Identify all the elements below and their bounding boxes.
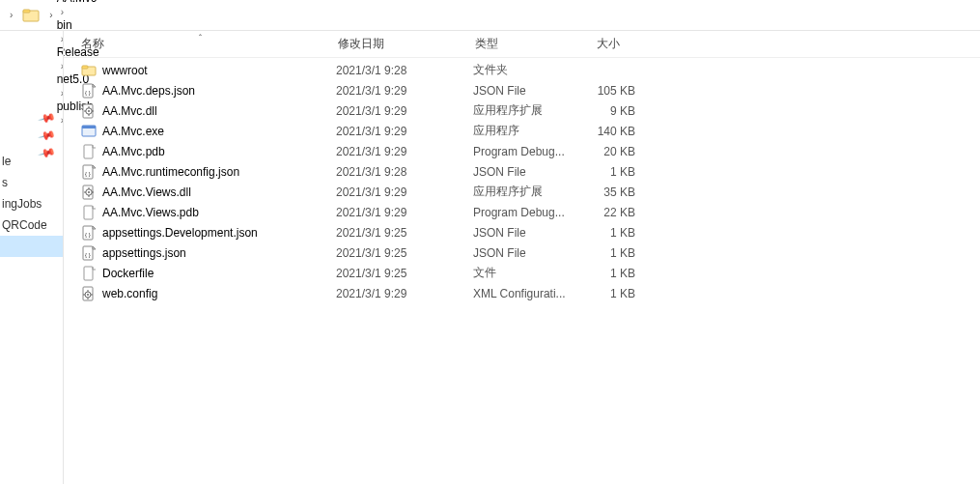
file-type: Program Debug... — [473, 206, 583, 219]
file-name: web.config — [102, 287, 336, 300]
svg-text:{ }: { } — [85, 232, 91, 238]
file-name: wwwroot — [102, 64, 336, 77]
dll-icon — [81, 103, 97, 119]
sort-ascending-icon: ˆ — [199, 33, 202, 43]
exe-icon — [81, 124, 97, 139]
svg-rect-10 — [82, 126, 96, 128]
nav-item-selected[interactable] — [0, 236, 63, 257]
file-row[interactable]: { }AA.Mvc.deps.json2021/3/1 9:29JSON Fil… — [64, 80, 980, 100]
breadcrumb-item[interactable]: bin — [55, 18, 104, 32]
nav-item[interactable]: ingJobs — [0, 193, 63, 214]
file-name: AA.Mvc.deps.json — [102, 84, 336, 98]
file-list[interactable]: wwwroot2021/3/1 9:28文件夹{ }AA.Mvc.deps.js… — [64, 58, 980, 484]
file-type: 文件 — [473, 265, 583, 281]
column-headers[interactable]: ˆ 名称 修改日期 类型 大小 — [64, 31, 980, 58]
file-name: appsettings.json — [102, 246, 336, 260]
file-type: 文件夹 — [473, 62, 583, 78]
file-size: 1 KB — [583, 246, 645, 260]
column-header-size[interactable]: 大小 — [568, 36, 630, 52]
column-header-name[interactable]: 名称 — [64, 36, 321, 52]
file-type: 应用程序扩展 — [473, 102, 583, 119]
file-row[interactable]: AA.Mvc.Views.dll2021/3/1 9:29应用程序扩展35 KB — [64, 182, 980, 202]
file-size: 105 KB — [583, 84, 645, 98]
json-icon: { } — [81, 164, 97, 180]
file-date: 2021/3/1 9:25 — [336, 226, 473, 240]
json-icon: { } — [81, 83, 97, 99]
column-header-type[interactable]: 类型 — [458, 36, 568, 52]
file-date: 2021/3/1 9:29 — [336, 185, 473, 199]
file-date: 2021/3/1 9:29 — [336, 287, 473, 300]
file-row[interactable]: web.config2021/3/1 9:29XML Configurati..… — [64, 283, 980, 303]
breadcrumb-item[interactable]: AA.Mvc — [55, 0, 104, 5]
file-type: 应用程序扩展 — [473, 184, 583, 200]
folder-icon — [22, 7, 40, 24]
column-header-date[interactable]: 修改日期 — [321, 36, 458, 52]
file-name: AA.Mvc.Views.pdb — [102, 206, 336, 219]
file-size: 35 KB — [583, 185, 645, 199]
address-bar[interactable]: › › 此电脑›桌面›Example›AA.Mvc›bin›Release›ne… — [0, 0, 980, 31]
file-size: 1 KB — [583, 287, 645, 300]
file-date: 2021/3/1 9:29 — [336, 84, 473, 98]
svg-rect-1 — [23, 10, 30, 13]
file-size: 140 KB — [583, 125, 645, 138]
svg-rect-3 — [82, 66, 88, 69]
chevron-right-icon: › — [49, 10, 52, 20]
json-icon: { } — [81, 225, 97, 241]
svg-point-8 — [88, 110, 90, 112]
file-name: appsettings.Development.json — [102, 226, 336, 240]
file-row[interactable]: AA.Mvc.dll2021/3/1 9:29应用程序扩展9 KB — [64, 100, 980, 121]
folder-icon — [81, 63, 97, 78]
config-icon — [81, 286, 97, 301]
file-size: 1 KB — [583, 165, 645, 179]
file-type: JSON File — [473, 226, 583, 240]
file-type: XML Configurati... — [473, 287, 583, 300]
file-name: AA.Mvc.runtimeconfig.json — [102, 165, 336, 179]
file-type: JSON File — [473, 246, 583, 260]
svg-text:{ }: { } — [85, 252, 91, 258]
file-row[interactable]: AA.Mvc.Views.pdb2021/3/1 9:29Program Deb… — [64, 202, 980, 222]
json-icon: { } — [81, 245, 97, 261]
file-type: 应用程序 — [473, 123, 583, 139]
chevron-right-icon: › — [61, 7, 64, 17]
file-name: AA.Mvc.exe — [102, 125, 336, 138]
file-type: JSON File — [473, 84, 583, 98]
file-size: 9 KB — [583, 104, 645, 118]
file-date: 2021/3/1 9:29 — [336, 125, 473, 138]
file-date: 2021/3/1 9:25 — [336, 246, 473, 260]
chevron-right-icon: › — [10, 10, 13, 20]
file-size: 20 KB — [583, 145, 645, 158]
file-row[interactable]: { }appsettings.json2021/3/1 9:25JSON Fil… — [64, 242, 980, 263]
file-date: 2021/3/1 9:25 — [336, 267, 473, 280]
svg-point-16 — [88, 191, 90, 193]
file-size: 1 KB — [583, 226, 645, 240]
file-name: Dockerfile — [102, 267, 336, 280]
file-pane: ˆ 名称 修改日期 类型 大小 wwwroot2021/3/1 9:28文件夹{… — [64, 31, 980, 484]
svg-rect-22 — [84, 267, 93, 280]
file-row[interactable]: AA.Mvc.pdb2021/3/1 9:29Program Debug...2… — [64, 141, 980, 161]
file-row[interactable]: Dockerfile2021/3/1 9:25文件1 KB — [64, 263, 980, 283]
nav-item[interactable]: s — [0, 172, 63, 193]
breadcrumb-label: AA.Mvc — [57, 0, 97, 5]
file-type: Program Debug... — [473, 145, 583, 158]
svg-rect-11 — [84, 145, 93, 158]
file-icon — [81, 266, 97, 281]
file-date: 2021/3/1 9:29 — [336, 104, 473, 118]
file-row[interactable]: wwwroot2021/3/1 9:28文件夹 — [64, 60, 980, 80]
file-name: AA.Mvc.dll — [102, 104, 336, 118]
nav-item[interactable]: QRCode — [0, 214, 63, 236]
navigation-pane[interactable]: 📌 📌 📌 le s ingJobs QRCode — [0, 31, 64, 484]
file-type: JSON File — [473, 165, 583, 179]
file-date: 2021/3/1 9:28 — [336, 165, 473, 179]
dll-icon — [81, 185, 97, 200]
file-row[interactable]: { }AA.Mvc.runtimeconfig.json2021/3/1 9:2… — [64, 161, 980, 182]
file-icon — [81, 205, 97, 220]
svg-point-25 — [87, 294, 89, 296]
file-name: AA.Mvc.pdb — [102, 145, 336, 158]
file-date: 2021/3/1 9:28 — [336, 64, 473, 77]
file-size: 1 KB — [583, 267, 645, 280]
file-date: 2021/3/1 9:29 — [336, 145, 473, 158]
file-row[interactable]: { }appsettings.Development.json2021/3/1 … — [64, 222, 980, 242]
file-date: 2021/3/1 9:29 — [336, 206, 473, 219]
file-row[interactable]: AA.Mvc.exe2021/3/1 9:29应用程序140 KB — [64, 121, 980, 141]
file-size: 22 KB — [583, 206, 645, 219]
